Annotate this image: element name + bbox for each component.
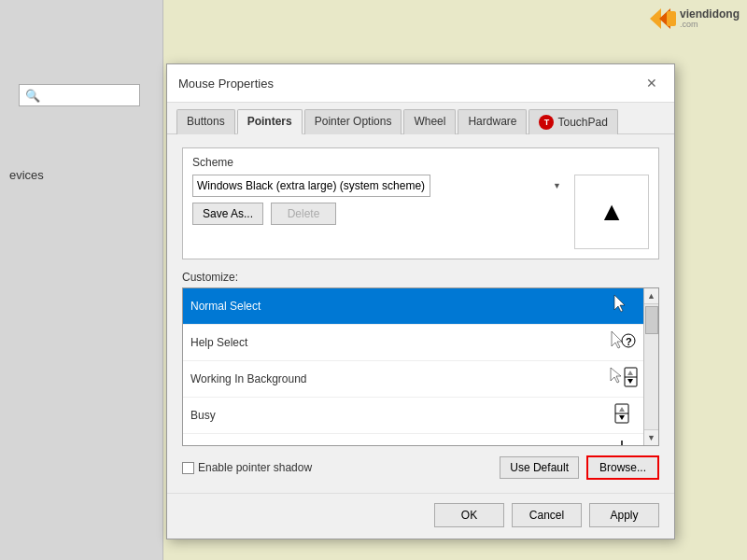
tab-bar: Buttons Pointers Pointer Options Wheel H… <box>167 103 674 134</box>
devices-label: evices <box>9 168 44 182</box>
scroll-up-arrow[interactable]: ▲ <box>644 288 659 303</box>
svg-rect-2 <box>667 11 676 26</box>
scroll-down-arrow[interactable]: ▼ <box>644 430 659 445</box>
scroll-track <box>644 303 658 430</box>
cursor-item-busy[interactable]: Busy <box>183 398 643 434</box>
cursor-preview-icon: ▲ <box>599 199 625 225</box>
bottom-row: Enable pointer shadow Use Default Browse… <box>182 455 659 480</box>
cursor-list-scrollbar[interactable]: ▲ ▼ <box>643 288 658 445</box>
cursor-icon-busy <box>608 402 636 428</box>
scheme-buttons-row: Save As... Delete <box>192 203 565 225</box>
ok-button[interactable]: OK <box>434 503 504 527</box>
delete-button[interactable]: Delete <box>271 203 336 225</box>
tab-hardware[interactable]: Hardware <box>458 109 527 134</box>
cursor-item-help-select[interactable]: Help Select ? <box>183 325 643 361</box>
logo-text: viendidong <box>680 7 740 21</box>
dialog-title: Mouse Properties <box>178 77 274 91</box>
pointer-shadow-label[interactable]: Enable pointer shadow <box>182 461 492 474</box>
cursor-icon-help: ? <box>608 329 636 356</box>
search-box[interactable]: 🔍 <box>19 84 140 106</box>
scheme-select[interactable]: Windows Black (extra large) (system sche… <box>192 175 430 197</box>
customize-label: Customize: <box>182 271 659 284</box>
scheme-select-wrapper: Windows Black (extra large) (system sche… <box>192 175 565 197</box>
touchpad-icon: T <box>539 115 554 130</box>
scheme-section: Scheme Windows Black (extra large) (syst… <box>182 147 659 259</box>
dialog-close-button[interactable]: ✕ <box>641 72 663 94</box>
cursor-list: Normal Select Help Select ? <box>183 288 643 445</box>
logo-area: viendidong .com <box>650 7 740 29</box>
dialog-footer: OK Cancel Apply <box>167 493 674 539</box>
use-default-button[interactable]: Use Default <box>500 456 579 479</box>
cursor-item-normal-select[interactable]: Normal Select <box>183 288 643 325</box>
cursor-item-precision-select[interactable]: Precision Select <box>183 434 643 445</box>
tab-touchpad[interactable]: T TouchPad <box>529 109 617 134</box>
pointer-shadow-checkbox[interactable] <box>182 462 194 474</box>
cancel-button[interactable]: Cancel <box>512 503 582 527</box>
cursor-icon-precision <box>608 439 636 445</box>
tab-pointer-options[interactable]: Pointer Options <box>304 109 402 134</box>
scheme-preview: ▲ <box>574 175 649 249</box>
tab-buttons[interactable]: Buttons <box>176 109 235 134</box>
search-icon: 🔍 <box>25 89 40 103</box>
cursor-item-working-background[interactable]: Working In Background <box>183 361 643 398</box>
dialog-titlebar: Mouse Properties ✕ <box>167 64 674 103</box>
browse-button[interactable]: Browse... <box>586 455 659 480</box>
scheme-row: Windows Black (extra large) (system sche… <box>192 175 565 197</box>
tab-pointers[interactable]: Pointers <box>237 109 303 134</box>
apply-button[interactable]: Apply <box>589 503 659 527</box>
logo-icon <box>650 8 676 29</box>
dialog-content: Scheme Windows Black (extra large) (syst… <box>167 134 674 493</box>
cursor-icon-normal <box>608 293 636 319</box>
logo-subtext: .com <box>680 21 740 29</box>
save-as-button[interactable]: Save As... <box>192 203 263 225</box>
mouse-properties-dialog: Mouse Properties ✕ Buttons Pointers Poin… <box>166 63 675 539</box>
tab-wheel[interactable]: Wheel <box>403 109 456 134</box>
cursor-list-wrapper: Normal Select Help Select ? <box>182 287 659 446</box>
svg-text:?: ? <box>626 336 632 347</box>
cursor-icon-working <box>608 366 636 392</box>
scroll-thumb[interactable] <box>645 306 658 334</box>
scheme-label: Scheme <box>192 156 649 169</box>
